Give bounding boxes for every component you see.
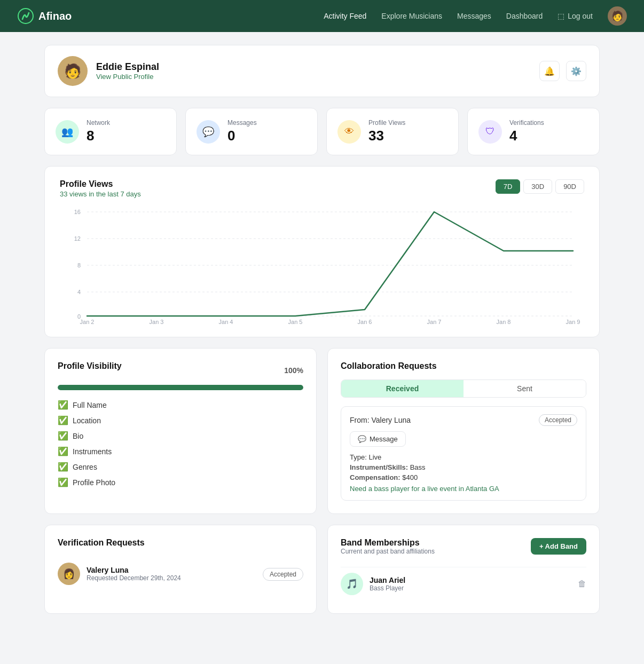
collab-from-name: From: Valery Luna (350, 416, 411, 424)
chart-title-group: Profile Views 33 views in the last 7 day… (60, 179, 141, 198)
nav-dashboard[interactable]: Dashboard (506, 12, 543, 20)
check-icon-fullname: ✅ (58, 400, 68, 410)
add-band-button[interactable]: + Add Band (531, 538, 586, 555)
message-btn-label: Message (370, 435, 398, 443)
logout-icon: ⬚ (557, 12, 564, 20)
collab-instrument-value: Bass (410, 463, 426, 471)
svg-text:12: 12 (74, 235, 81, 242)
messages-value: 0 (227, 128, 257, 144)
nav-messages[interactable]: Messages (457, 12, 491, 20)
collab-tab-sent[interactable]: Sent (464, 380, 586, 397)
svg-text:Jan 8: Jan 8 (497, 319, 511, 324)
message-chat-icon: 💬 (358, 435, 366, 443)
instruments-label: Instruments (73, 447, 112, 456)
nav-explore-musicians[interactable]: Explore Musicians (381, 12, 442, 20)
check-icon-photo: ✅ (58, 477, 68, 487)
logo-text: Afinao (38, 10, 72, 22)
check-icon-location: ✅ (58, 415, 68, 425)
collab-message-button[interactable]: 💬 Message (350, 431, 406, 447)
visibility-progress-bar (58, 385, 303, 390)
view-public-profile-link[interactable]: View Public Profile (96, 73, 159, 81)
photo-label: Profile Photo (73, 478, 115, 487)
chart-header: Profile Views 33 views in the last 7 day… (60, 179, 584, 198)
svg-text:4: 4 (77, 289, 81, 295)
check-icon-instruments: ✅ (58, 446, 68, 456)
collab-from: From: Valery Luna Accepted (350, 414, 577, 426)
collab-compensation-value: $400 (402, 473, 418, 481)
collab-details: Type: Live Instrument/Skills: Bass Compe… (350, 453, 577, 481)
band-title: Band Memberships (341, 538, 435, 548)
stat-info-messages: Messages 0 (227, 119, 257, 144)
nav-activity-feed[interactable]: Activity Feed (324, 12, 366, 20)
stat-card-profile-views: 👁 Profile Views 33 (326, 108, 459, 155)
profile-card: 🧑 Eddie Espinal View Public Profile 🔔 ⚙️ (44, 45, 600, 97)
user-avatar[interactable]: 🧑 (608, 6, 627, 26)
chart-title: Profile Views (60, 179, 141, 189)
band-memberships-card: Band Memberships Current and past band a… (327, 525, 600, 614)
svg-text:Jan 7: Jan 7 (427, 319, 442, 324)
logo[interactable]: Afinao (17, 7, 72, 25)
verification-item: 👩 Valery Luna Requested December 29th, 2… (58, 556, 303, 591)
visibility-item-fullname: ✅ Full Name (58, 400, 303, 410)
verif-name: Valery Luna (87, 566, 181, 574)
settings-button[interactable]: ⚙️ (566, 61, 586, 81)
period-7d-button[interactable]: 7D (496, 179, 521, 194)
chart-subtitle: 33 views in the last 7 days (60, 190, 141, 198)
band-name: Juan Ariel (370, 576, 405, 584)
bottom-grid-1: Profile Visibility 100% ✅ Full Name ✅ Lo… (44, 348, 600, 514)
verifications-icon: 🛡 (478, 120, 502, 144)
svg-text:Jan 6: Jan 6 (358, 319, 372, 324)
profile-views-icon: 👁 (337, 120, 361, 144)
network-label: Network (87, 119, 110, 127)
bio-label: Bio (73, 432, 83, 440)
collab-tab-received[interactable]: Received (341, 380, 464, 397)
profile-info: Eddie Espinal View Public Profile (96, 61, 159, 81)
svg-text:8: 8 (77, 262, 81, 268)
logout-label: Log out (568, 12, 593, 20)
verif-date: Requested December 29th, 2024 (87, 574, 181, 582)
profile-visibility-card: Profile Visibility 100% ✅ Full Name ✅ Lo… (44, 348, 317, 514)
profile-avatar: 🧑 (58, 56, 88, 86)
chart-period-buttons: 7D 30D 90D (496, 179, 584, 194)
visibility-item-location: ✅ Location (58, 415, 303, 425)
band-header: Band Memberships Current and past band a… (341, 538, 586, 564)
network-value: 8 (87, 128, 110, 144)
verifications-label: Verifications (509, 119, 544, 127)
delete-band-button[interactable]: 🗑 (578, 579, 586, 589)
svg-text:Jan 2: Jan 2 (80, 319, 95, 324)
visibility-header: Profile Visibility 100% (58, 361, 303, 380)
chart-container: 16 12 8 4 0 Jan 2 Jan 3 Jan 4 Jan 5 Jan … (60, 207, 584, 324)
collab-type: Type: Live (350, 453, 577, 461)
period-30d-button[interactable]: 30D (523, 179, 552, 194)
network-icon: 👥 (56, 120, 79, 144)
verification-card: Verification Requests 👩 Valery Luna Requ… (44, 525, 317, 614)
profile-views-value: 33 (368, 128, 405, 144)
check-icon-genres: ✅ (58, 462, 68, 472)
notification-bell-button[interactable]: 🔔 (539, 61, 560, 81)
stat-grid: 👥 Network 8 💬 Messages 0 👁 Profile Views… (44, 108, 600, 155)
stat-info-network: Network 8 (87, 119, 110, 144)
visibility-item-bio: ✅ Bio (58, 431, 303, 441)
stat-card-verifications: 🛡 Verifications 4 (467, 108, 600, 155)
collab-title: Collaboration Requests (341, 361, 586, 371)
svg-text:Jan 9: Jan 9 (566, 319, 580, 324)
visibility-progress-fill (58, 385, 303, 390)
genres-label: Genres (73, 463, 97, 471)
collab-type-value: Live (368, 453, 381, 461)
profile-views-label: Profile Views (368, 119, 405, 127)
chart-svg: 16 12 8 4 0 Jan 2 Jan 3 Jan 4 Jan 5 Jan … (60, 207, 584, 324)
period-90d-button[interactable]: 90D (555, 179, 584, 194)
fullname-label: Full Name (73, 401, 107, 409)
stat-card-messages: 💬 Messages 0 (185, 108, 318, 155)
band-subtitle: Current and past band affiliations (341, 548, 435, 555)
messages-icon: 💬 (197, 120, 220, 144)
nav-links: Activity Feed Explore Musicians Messages… (324, 6, 627, 26)
messages-label: Messages (227, 119, 257, 127)
main-content: 🧑 Eddie Espinal View Public Profile 🔔 ⚙️… (34, 32, 610, 637)
visibility-item-genres: ✅ Genres (58, 462, 303, 472)
collab-compensation: Compensation: $400 (350, 473, 577, 481)
verif-accepted-badge: Accepted (263, 568, 303, 581)
collab-note: Need a bass player for a live event in A… (350, 485, 577, 493)
logout-button[interactable]: ⬚ Log out (557, 12, 593, 20)
svg-text:16: 16 (74, 209, 81, 215)
